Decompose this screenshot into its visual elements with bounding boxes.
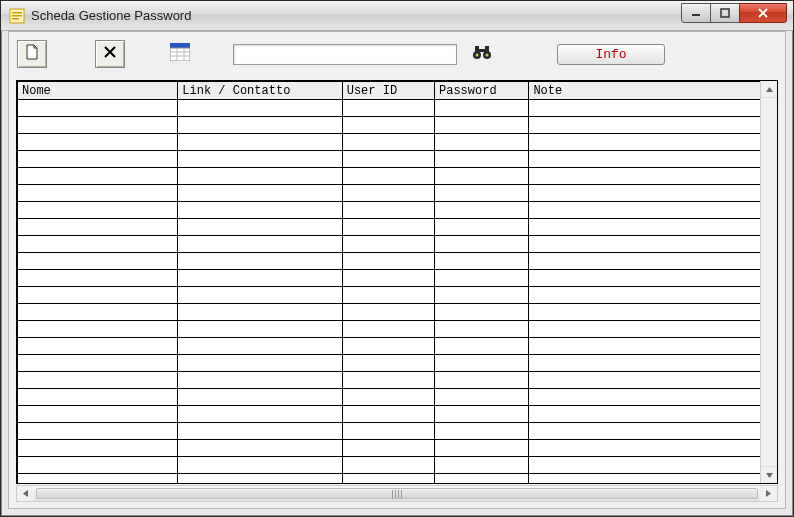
cell[interactable] bbox=[178, 372, 342, 389]
cell[interactable] bbox=[342, 253, 434, 270]
cell[interactable] bbox=[178, 304, 342, 321]
cell[interactable] bbox=[18, 440, 178, 457]
cell[interactable] bbox=[178, 355, 342, 372]
table-row[interactable] bbox=[18, 457, 777, 474]
cell[interactable] bbox=[178, 202, 342, 219]
cell[interactable] bbox=[529, 117, 777, 134]
cell[interactable] bbox=[18, 151, 178, 168]
cell[interactable] bbox=[178, 389, 342, 406]
cell[interactable] bbox=[18, 338, 178, 355]
delete-button[interactable] bbox=[95, 40, 125, 68]
cell[interactable] bbox=[529, 372, 777, 389]
cell[interactable] bbox=[342, 338, 434, 355]
cell[interactable] bbox=[435, 321, 529, 338]
table-row[interactable] bbox=[18, 151, 777, 168]
cell[interactable] bbox=[18, 185, 178, 202]
table-row[interactable] bbox=[18, 440, 777, 457]
cell[interactable] bbox=[342, 304, 434, 321]
table-row[interactable] bbox=[18, 202, 777, 219]
cell[interactable] bbox=[178, 406, 342, 423]
cell[interactable] bbox=[529, 236, 777, 253]
column-header[interactable]: Password bbox=[435, 82, 529, 100]
cell[interactable] bbox=[529, 151, 777, 168]
scroll-right-icon[interactable] bbox=[760, 486, 777, 501]
cell[interactable] bbox=[529, 440, 777, 457]
cell[interactable] bbox=[178, 440, 342, 457]
cell[interactable] bbox=[529, 253, 777, 270]
column-header[interactable]: User ID bbox=[342, 82, 434, 100]
vertical-scrollbar[interactable] bbox=[760, 81, 777, 483]
cell[interactable] bbox=[529, 423, 777, 440]
cell[interactable] bbox=[178, 236, 342, 253]
cell[interactable] bbox=[178, 219, 342, 236]
column-header[interactable]: Nome bbox=[18, 82, 178, 100]
cell[interactable] bbox=[342, 287, 434, 304]
cell[interactable] bbox=[178, 253, 342, 270]
table-row[interactable] bbox=[18, 287, 777, 304]
table-row[interactable] bbox=[18, 372, 777, 389]
cell[interactable] bbox=[529, 338, 777, 355]
cell[interactable] bbox=[18, 304, 178, 321]
cell[interactable] bbox=[342, 457, 434, 474]
cell[interactable] bbox=[342, 202, 434, 219]
cell[interactable] bbox=[529, 185, 777, 202]
cell[interactable] bbox=[435, 168, 529, 185]
cell[interactable] bbox=[342, 100, 434, 117]
cell[interactable] bbox=[529, 219, 777, 236]
cell[interactable] bbox=[435, 457, 529, 474]
table-row[interactable] bbox=[18, 185, 777, 202]
cell[interactable] bbox=[18, 321, 178, 338]
cell[interactable] bbox=[342, 389, 434, 406]
cell[interactable] bbox=[18, 236, 178, 253]
table-row[interactable] bbox=[18, 219, 777, 236]
table-row[interactable] bbox=[18, 321, 777, 338]
cell[interactable] bbox=[342, 406, 434, 423]
cell[interactable] bbox=[178, 151, 342, 168]
cell[interactable] bbox=[435, 338, 529, 355]
cell[interactable] bbox=[342, 372, 434, 389]
cell[interactable] bbox=[529, 406, 777, 423]
scroll-up-icon[interactable] bbox=[761, 81, 777, 98]
cell[interactable] bbox=[178, 117, 342, 134]
cell[interactable] bbox=[342, 321, 434, 338]
cell[interactable] bbox=[18, 287, 178, 304]
cell[interactable] bbox=[435, 185, 529, 202]
cell[interactable] bbox=[18, 253, 178, 270]
cell[interactable] bbox=[18, 168, 178, 185]
cell[interactable] bbox=[529, 304, 777, 321]
cell[interactable] bbox=[178, 321, 342, 338]
cell[interactable] bbox=[18, 406, 178, 423]
grid-view-button[interactable] bbox=[167, 41, 193, 67]
cell[interactable] bbox=[178, 134, 342, 151]
cell[interactable] bbox=[178, 338, 342, 355]
scroll-left-icon[interactable] bbox=[17, 486, 34, 501]
search-input[interactable] bbox=[233, 44, 457, 65]
cell[interactable] bbox=[435, 202, 529, 219]
cell[interactable] bbox=[435, 474, 529, 485]
table-row[interactable] bbox=[18, 270, 777, 287]
cell[interactable] bbox=[342, 474, 434, 485]
cell[interactable] bbox=[435, 372, 529, 389]
cell[interactable] bbox=[342, 117, 434, 134]
table-row[interactable] bbox=[18, 253, 777, 270]
password-grid[interactable]: NomeLink / ContattoUser IDPasswordNote bbox=[17, 81, 777, 484]
cell[interactable] bbox=[342, 440, 434, 457]
cell[interactable] bbox=[529, 100, 777, 117]
cell[interactable] bbox=[529, 474, 777, 485]
cell[interactable] bbox=[342, 355, 434, 372]
cell[interactable] bbox=[18, 457, 178, 474]
cell[interactable] bbox=[342, 236, 434, 253]
cell[interactable] bbox=[435, 270, 529, 287]
table-row[interactable] bbox=[18, 236, 777, 253]
maximize-button[interactable] bbox=[710, 3, 740, 23]
cell[interactable] bbox=[529, 168, 777, 185]
cell[interactable] bbox=[18, 270, 178, 287]
cell[interactable] bbox=[178, 168, 342, 185]
new-button[interactable] bbox=[17, 40, 47, 68]
cell[interactable] bbox=[178, 287, 342, 304]
cell[interactable] bbox=[435, 355, 529, 372]
cell[interactable] bbox=[529, 134, 777, 151]
cell[interactable] bbox=[342, 151, 434, 168]
cell[interactable] bbox=[178, 474, 342, 485]
cell[interactable] bbox=[342, 423, 434, 440]
